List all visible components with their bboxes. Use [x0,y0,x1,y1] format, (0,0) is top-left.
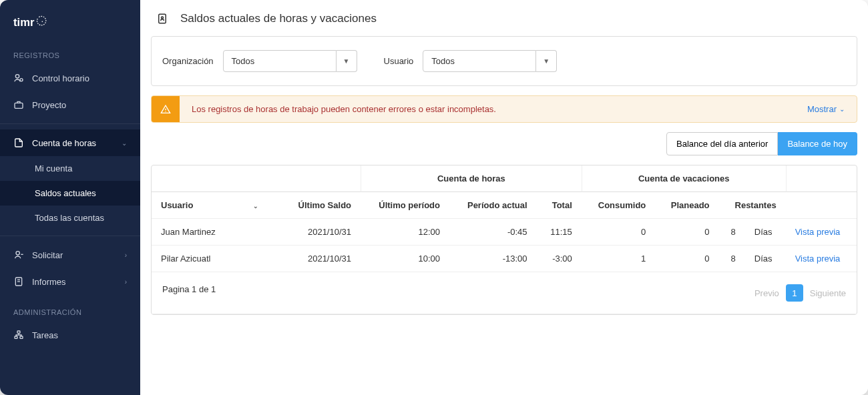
cell-restantes: 8 [719,219,745,246]
table-group-actions [786,165,857,192]
svg-point-5 [16,252,19,255]
cell-restantes: 8 [719,246,745,272]
clock-user-icon [13,73,24,83]
cell-consumido: 1 [582,246,656,272]
chevron-right-icon: › [125,278,127,286]
filter-user-label: Usuario [384,56,414,66]
warning-icon [152,96,180,122]
cell-total: 11:15 [537,219,582,246]
cell-planeado: 0 [655,219,718,246]
sidebar-item-label: Cuenta de horas [32,138,96,148]
nav-section-admin: ADMINISTRACIÓN [0,303,140,322]
filter-user-caret[interactable]: ▼ [536,50,557,72]
nav-divider [0,123,140,124]
org-chart-icon [13,330,24,340]
chevron-down-icon: ⌄ [839,105,845,113]
sidebar-item-label: Solicitar [32,250,63,260]
sidebar-subitem-saldos-actuales[interactable]: Saldos actuales [0,181,140,206]
col-periodo-actual: Período actual [449,192,537,219]
cell-periodo-actual: -0:45 [449,219,537,246]
brand-logo: timr [0,11,140,46]
sidebar-item-informes[interactable]: Informes › [0,268,140,295]
col-total: Total [537,192,582,219]
sidebar-item-cuenta-de-horas[interactable]: Cuenta de horas ⌄ [0,129,140,156]
col-usuario[interactable]: Usuario⌄ [152,192,281,219]
col-ultimo-periodo: Último período [361,192,449,219]
briefcase-icon [13,99,24,110]
balance-icon [156,13,168,25]
svg-point-2 [15,75,19,78]
filter-user-select[interactable]: Todos [423,50,536,72]
cell-ultimo-periodo: 10:00 [361,246,449,272]
svg-point-16 [165,111,166,111]
svg-text:timr: timr [13,16,35,29]
user-minus-icon [13,250,24,260]
svg-rect-11 [15,336,17,338]
table-group-horas: Cuenta de horas [361,165,582,192]
cell-usuario: Pilar Azicuatl [152,246,281,272]
toggle-today-balance[interactable]: Balance de hoy [778,132,857,155]
cell-consumido: 0 [582,219,656,246]
sidebar-item-label: Proyecto [32,100,66,110]
sort-caret-icon: ⌄ [253,203,258,210]
svg-rect-4 [15,103,23,108]
balance-toggle: Balance del día anterior Balance de hoy [151,132,857,155]
page-header: Saldos actuales de horas y vacaciones [140,0,868,36]
filters-card: Organización Todos ▼ Usuario Todos ▼ [151,36,857,86]
report-icon [13,276,24,287]
nav-divider [0,236,140,236]
pagination-text: Pagina 1 de 1 [162,284,216,294]
svg-rect-10 [17,331,20,333]
sidebar-item-proyecto[interactable]: Proyecto [0,91,140,118]
sidebar-item-tareas[interactable]: Tareas [0,322,140,348]
pager-prev[interactable]: Previo [754,288,779,298]
warning-show-button[interactable]: Mostrar ⌄ [795,96,857,122]
cell-ultimo-saldo: 2021/10/31 [281,219,361,246]
preview-link[interactable]: Vista previa [786,219,857,246]
cell-unidad: Días [745,219,786,246]
svg-point-1 [42,21,43,23]
svg-point-14 [162,17,164,19]
balances-table: Cuenta de horas Cuenta de vacaciones Usu… [151,165,857,315]
sidebar-item-control-horario[interactable]: Control horario [0,65,140,91]
chevron-right-icon: › [125,252,127,259]
filter-org-label: Organización [162,56,214,66]
pager-next[interactable]: Siguiente [810,288,846,298]
warning-text: Los registros de horas de trabajo pueden… [180,96,795,122]
cell-planeado: 0 [655,246,718,272]
sidebar-item-label: Informes [32,277,66,287]
pagination-row: Pagina 1 de 1 Previo 1 Siguiente [152,272,857,314]
cell-ultimo-saldo: 2021/10/31 [281,246,361,272]
col-restantes: Restantes [719,192,786,219]
col-actions [786,192,857,219]
warning-show-label: Mostrar [807,104,837,114]
col-planeado: Planeado [655,192,718,219]
svg-point-3 [20,79,23,81]
preview-link[interactable]: Vista previa [786,246,857,272]
col-ultimo-saldo: Último Saldo [281,192,361,219]
table-row: Pilar Azicuatl2021/10/3110:00-13:00-3:00… [152,246,857,272]
cell-usuario: Juan Martinez [152,219,281,246]
filter-org: Organización Todos ▼ [162,50,357,72]
warning-alert: Los registros de horas de trabajo pueden… [151,95,857,123]
sidebar-subitem-todas-las-cuentas[interactable]: Todas las cuentas [0,206,140,230]
main-content: Saldos actuales de horas y vacaciones Or… [140,0,868,395]
pager-current[interactable]: 1 [786,284,803,302]
toggle-prev-balance[interactable]: Balance del día anterior [666,132,778,155]
filter-org-caret[interactable]: ▼ [337,50,357,72]
sidebar-item-solicitar[interactable]: Solicitar › [0,242,140,268]
filter-org-select[interactable]: Todos [223,50,337,72]
app-shell: timr REGISTROS Control horario Proyecto [0,0,868,395]
sidebar-item-label: Control horario [32,73,89,83]
sidebar-subitem-mi-cuenta[interactable]: Mi cuenta [0,156,140,181]
cell-ultimo-periodo: 12:00 [361,219,449,246]
page-title: Saldos actuales de horas y vacaciones [180,12,377,25]
col-consumido: Consumido [582,192,656,219]
table-group-vacaciones: Cuenta de vacaciones [582,165,786,192]
nav-section-registros: REGISTROS [0,46,140,65]
chevron-down-icon: ⌄ [122,139,127,147]
filter-user: Usuario Todos ▼ [384,50,558,72]
table-group-blank [152,165,361,192]
document-icon [13,137,24,148]
sidebar: timr REGISTROS Control horario Proyecto [0,0,140,395]
